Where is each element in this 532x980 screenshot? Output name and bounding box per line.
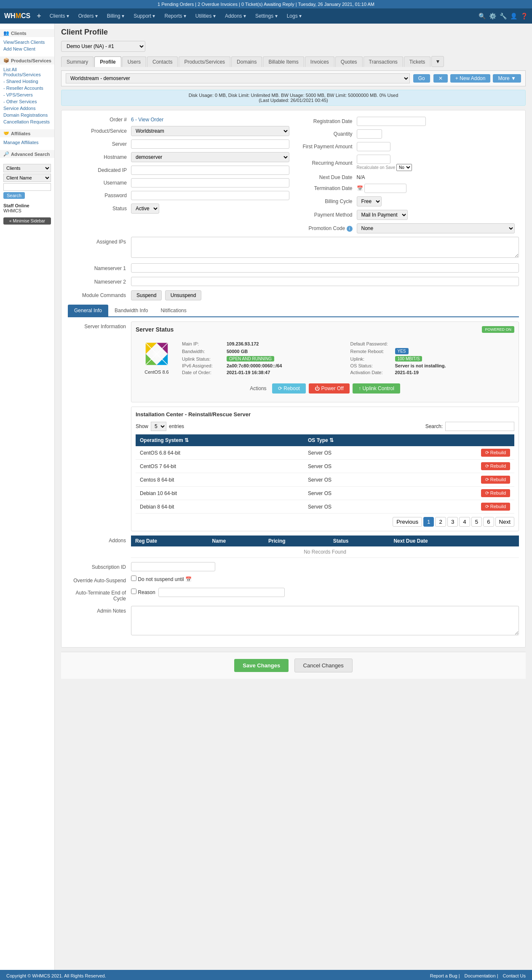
search-button[interactable]: Search xyxy=(3,192,25,199)
footer-documentation[interactable]: Documentation xyxy=(465,973,496,978)
sidebar-item-vps[interactable]: - VPS/Servers xyxy=(3,91,51,98)
page-1-button[interactable]: 1 xyxy=(423,517,434,527)
nameserver2-input[interactable] xyxy=(131,277,519,286)
promo-info-icon[interactable]: i xyxy=(347,226,353,232)
sub-tab-bandwidth[interactable]: Bandwidth Info xyxy=(108,305,154,316)
tab-profile[interactable]: Profile xyxy=(94,56,121,67)
page-6-button[interactable]: 6 xyxy=(483,517,494,527)
tab-invoices[interactable]: Invoices xyxy=(305,56,334,67)
notifications-icon[interactable]: ⚙️ xyxy=(489,13,496,19)
quantity-input[interactable]: 1 xyxy=(357,129,382,139)
recalc-select[interactable]: No xyxy=(396,164,412,171)
assigned-ips-textarea[interactable] xyxy=(131,237,519,258)
delete-button[interactable]: ✕ xyxy=(433,74,448,83)
hostname-select[interactable]: demoserver xyxy=(131,152,289,162)
next-button[interactable]: Next xyxy=(495,517,514,527)
sidebar-item-list-products[interactable]: List All Products/Services xyxy=(3,66,51,78)
os-search-input[interactable] xyxy=(445,422,514,431)
uplink-control-button[interactable]: ↑ Uplink Control xyxy=(353,383,400,394)
nav-billing[interactable]: Billing ▾ xyxy=(103,10,128,22)
sidebar-item-service-addons[interactable]: Service Addons xyxy=(3,105,51,112)
tab-billable-items[interactable]: Billable Items xyxy=(263,56,304,67)
auto-terminate-reason-input[interactable] xyxy=(158,588,285,597)
search-field-select[interactable]: Client Name xyxy=(3,174,51,182)
first-payment-input[interactable]: 0.00 xyxy=(357,142,390,151)
product-select[interactable]: Worldstream xyxy=(131,126,289,136)
nav-utilities[interactable]: Utilities ▾ xyxy=(191,10,220,22)
rebuild-button-4[interactable]: ⟳ Rebuild xyxy=(481,503,510,511)
status-select[interactable]: Active xyxy=(131,203,159,214)
nav-settings[interactable]: Settings ▾ xyxy=(251,10,282,22)
auto-terminate-checkbox[interactable] xyxy=(131,589,136,594)
footer-report-bug[interactable]: Report a Bug xyxy=(430,973,457,978)
user-icon[interactable]: 👤 xyxy=(510,13,517,19)
tab-contacts[interactable]: Contacts xyxy=(147,56,178,67)
search-input[interactable] xyxy=(3,183,51,191)
nameserver1-input[interactable] xyxy=(131,263,519,273)
nav-plus-icon[interactable]: + xyxy=(37,12,41,21)
tab-quotes[interactable]: Quotes xyxy=(335,56,363,67)
minimise-sidebar-button[interactable]: « Minimise Sidebar xyxy=(3,217,51,225)
suspend-button[interactable]: Suspend xyxy=(131,290,162,300)
prev-button[interactable]: Previous xyxy=(393,517,422,527)
override-auto-suspend-checkbox[interactable] xyxy=(131,576,136,581)
rebuild-button-2[interactable]: ⟳ Rebuild xyxy=(481,476,510,484)
sub-tab-nitifications[interactable]: Nitifications xyxy=(154,305,192,316)
sidebar-item-shared-hosting[interactable]: - Shared Hosting xyxy=(3,78,51,85)
client-select[interactable]: Demo User (NA) - #1 xyxy=(61,41,145,52)
tab-users[interactable]: Users xyxy=(122,56,146,67)
tab-domains[interactable]: Domains xyxy=(231,56,262,67)
termination-input[interactable] xyxy=(364,184,406,193)
server-input[interactable]: WS-110648 (1/1 A xyxy=(131,139,289,149)
rebuild-button-3[interactable]: ⟳ Rebuild xyxy=(481,489,510,497)
nav-clients[interactable]: Clients ▾ xyxy=(45,10,73,22)
unsuspend-button[interactable]: Unsuspend xyxy=(165,290,202,300)
save-changes-button[interactable]: Save Changes xyxy=(234,659,289,672)
sidebar-item-cancellations[interactable]: Cancellation Requests xyxy=(3,118,51,125)
billing-cycle-select[interactable]: Free xyxy=(357,196,382,206)
tab-products-services[interactable]: Products/Services xyxy=(179,56,230,67)
more-button[interactable]: More ▼ xyxy=(493,74,521,83)
admin-notes-textarea[interactable] xyxy=(131,606,519,635)
sidebar-item-other-services[interactable]: - Other Services xyxy=(3,98,51,105)
sidebar-item-manage-affiliates[interactable]: Manage Affiliates xyxy=(3,139,51,146)
page-4-button[interactable]: 4 xyxy=(459,517,470,527)
subscription-id-input[interactable] xyxy=(131,562,215,571)
tab-transactions[interactable]: Transactions xyxy=(364,56,403,67)
page-3-button[interactable]: 3 xyxy=(447,517,458,527)
reboot-button[interactable]: ⟳ Reboot xyxy=(272,383,306,394)
password-input[interactable]: Y6w722:YpJHOse xyxy=(131,191,289,200)
reg-date-input[interactable]: 19/01/2021 xyxy=(357,117,426,126)
nav-addons[interactable]: Addons ▾ xyxy=(221,10,250,22)
tab-summary[interactable]: Summary xyxy=(61,56,94,67)
rebuild-button-0[interactable]: ⟳ Rebuild xyxy=(481,449,510,457)
nav-support[interactable]: Support ▾ xyxy=(129,10,159,22)
search-type-select[interactable]: Clients xyxy=(3,164,51,172)
calendar-icon[interactable]: 📅 xyxy=(357,185,363,191)
entries-select[interactable]: 5 xyxy=(151,422,166,431)
footer-contact-us[interactable]: Contact Us xyxy=(503,973,526,978)
nav-reports[interactable]: Reports ▾ xyxy=(160,10,190,22)
recurring-input[interactable]: 0.00 xyxy=(357,155,390,164)
promo-code-select[interactable]: None xyxy=(357,223,515,233)
nav-orders[interactable]: Orders ▾ xyxy=(74,10,102,22)
help-icon[interactable]: ❓ xyxy=(521,13,528,19)
page-5-button[interactable]: 5 xyxy=(471,517,482,527)
sidebar-item-domain-reg[interactable]: Domain Registrations xyxy=(3,112,51,118)
cancel-changes-button[interactable]: Cancel Changes xyxy=(294,659,353,672)
server-select[interactable]: Worldstream - demoserver xyxy=(66,73,410,83)
nav-logs[interactable]: Logs ▾ xyxy=(283,10,306,22)
rebuild-button-1[interactable]: ⟳ Rebuild xyxy=(481,462,510,470)
go-button[interactable]: Go xyxy=(413,74,430,83)
order-link[interactable]: 6 - View Order xyxy=(131,117,163,123)
page-2-button[interactable]: 2 xyxy=(435,517,446,527)
payment-method-select[interactable]: Mail In Payment xyxy=(357,210,408,220)
sub-tab-general[interactable]: General Info xyxy=(68,305,108,316)
dedicated-ip-input[interactable] xyxy=(131,166,289,175)
sidebar-item-reseller[interactable]: - Reseller Accounts xyxy=(3,85,51,91)
tabs-more-button[interactable]: ▼ xyxy=(431,56,444,67)
poweroff-button[interactable]: ⏻ Power Off xyxy=(309,383,349,394)
suspend-calendar-icon[interactable]: 📅 xyxy=(185,576,192,582)
tab-tickets[interactable]: Tickets xyxy=(404,56,431,67)
search-icon[interactable]: 🔍 xyxy=(479,13,486,19)
